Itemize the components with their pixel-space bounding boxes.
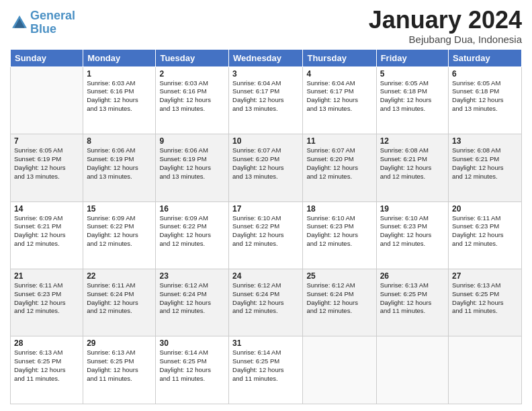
- table-row: 18Sunrise: 6:10 AM Sunset: 6:23 PM Dayli…: [303, 201, 376, 269]
- table-row: 5Sunrise: 6:05 AM Sunset: 6:18 PM Daylig…: [376, 66, 448, 134]
- day-number: 22: [87, 271, 152, 281]
- day-number: 18: [306, 204, 372, 214]
- logo: General Blue: [10, 9, 75, 36]
- day-number: 19: [380, 204, 445, 214]
- table-row: 21Sunrise: 6:11 AM Sunset: 6:23 PM Dayli…: [11, 269, 83, 336]
- table-row: 10Sunrise: 6:07 AM Sunset: 6:20 PM Dayli…: [229, 134, 303, 201]
- calendar-week-row: 21Sunrise: 6:11 AM Sunset: 6:23 PM Dayli…: [11, 269, 522, 336]
- logo-general: General: [30, 9, 75, 22]
- table-row: 9Sunrise: 6:06 AM Sunset: 6:19 PM Daylig…: [156, 134, 229, 201]
- day-number: 28: [14, 338, 79, 348]
- table-row: 25Sunrise: 6:12 AM Sunset: 6:24 PM Dayli…: [303, 269, 376, 336]
- table-row: 31Sunrise: 6:14 AM Sunset: 6:25 PM Dayli…: [229, 336, 303, 404]
- day-number: 30: [159, 338, 225, 348]
- day-number: 10: [232, 136, 299, 146]
- table-row: 27Sunrise: 6:13 AM Sunset: 6:25 PM Dayli…: [449, 269, 522, 336]
- calendar-week-row: 14Sunrise: 6:09 AM Sunset: 6:21 PM Dayli…: [11, 201, 522, 269]
- col-wednesday: Wednesday: [229, 49, 303, 66]
- day-info: Sunrise: 6:09 AM Sunset: 6:22 PM Dayligh…: [87, 214, 152, 248]
- day-info: Sunrise: 6:08 AM Sunset: 6:21 PM Dayligh…: [380, 146, 445, 181]
- day-info: Sunrise: 6:04 AM Sunset: 6:17 PM Dayligh…: [232, 79, 299, 113]
- day-number: 25: [306, 271, 372, 281]
- table-row: 1Sunrise: 6:03 AM Sunset: 6:16 PM Daylig…: [83, 66, 156, 134]
- col-sunday: Sunday: [11, 49, 83, 66]
- day-number: 9: [159, 136, 225, 146]
- day-info: Sunrise: 6:09 AM Sunset: 6:22 PM Dayligh…: [159, 214, 225, 248]
- day-info: Sunrise: 6:05 AM Sunset: 6:18 PM Dayligh…: [452, 79, 518, 113]
- table-row: 20Sunrise: 6:11 AM Sunset: 6:23 PM Dayli…: [449, 201, 522, 269]
- day-info: Sunrise: 6:05 AM Sunset: 6:19 PM Dayligh…: [14, 146, 79, 181]
- day-number: 29: [87, 338, 152, 348]
- table-row: 13Sunrise: 6:08 AM Sunset: 6:21 PM Dayli…: [449, 134, 522, 201]
- table-row: 22Sunrise: 6:11 AM Sunset: 6:24 PM Dayli…: [83, 269, 156, 336]
- calendar-week-row: 28Sunrise: 6:13 AM Sunset: 6:25 PM Dayli…: [11, 336, 522, 404]
- calendar-header-row: Sunday Monday Tuesday Wednesday Thursday…: [11, 49, 522, 66]
- table-row: [303, 336, 376, 404]
- table-row: [449, 336, 522, 404]
- day-number: 31: [232, 338, 299, 348]
- col-friday: Friday: [376, 49, 448, 66]
- day-number: 14: [14, 204, 79, 214]
- col-thursday: Thursday: [303, 49, 376, 66]
- table-row: 8Sunrise: 6:06 AM Sunset: 6:19 PM Daylig…: [83, 134, 156, 201]
- month-title: January 2024: [369, 7, 522, 34]
- calendar-week-row: 7Sunrise: 6:05 AM Sunset: 6:19 PM Daylig…: [11, 134, 522, 201]
- day-number: 24: [232, 271, 299, 281]
- table-row: 15Sunrise: 6:09 AM Sunset: 6:22 PM Dayli…: [83, 201, 156, 269]
- day-number: 5: [380, 69, 445, 79]
- day-info: Sunrise: 6:12 AM Sunset: 6:24 PM Dayligh…: [232, 281, 299, 316]
- day-number: 12: [380, 136, 445, 146]
- day-info: Sunrise: 6:09 AM Sunset: 6:21 PM Dayligh…: [14, 214, 79, 248]
- day-number: 2: [159, 69, 225, 79]
- day-info: Sunrise: 6:13 AM Sunset: 6:25 PM Dayligh…: [14, 349, 79, 383]
- day-number: 21: [14, 271, 79, 281]
- day-info: Sunrise: 6:13 AM Sunset: 6:25 PM Dayligh…: [87, 349, 152, 383]
- day-number: 27: [452, 271, 518, 281]
- title-block: January 2024 Bejubang Dua, Indonesia: [369, 7, 522, 45]
- day-number: 6: [452, 69, 518, 79]
- day-info: Sunrise: 6:03 AM Sunset: 6:16 PM Dayligh…: [87, 79, 152, 113]
- day-number: 15: [87, 204, 152, 214]
- table-row: 23Sunrise: 6:12 AM Sunset: 6:24 PM Dayli…: [156, 269, 229, 336]
- table-row: 29Sunrise: 6:13 AM Sunset: 6:25 PM Dayli…: [83, 336, 156, 404]
- day-info: Sunrise: 6:11 AM Sunset: 6:24 PM Dayligh…: [87, 281, 152, 316]
- table-row: 14Sunrise: 6:09 AM Sunset: 6:21 PM Dayli…: [11, 201, 83, 269]
- day-number: 3: [232, 69, 299, 79]
- table-row: [11, 66, 83, 134]
- day-number: 7: [14, 136, 79, 146]
- day-info: Sunrise: 6:08 AM Sunset: 6:21 PM Dayligh…: [452, 146, 518, 181]
- day-number: 4: [306, 69, 372, 79]
- day-info: Sunrise: 6:13 AM Sunset: 6:25 PM Dayligh…: [380, 281, 445, 316]
- day-number: 11: [306, 136, 372, 146]
- day-number: 26: [380, 271, 445, 281]
- day-info: Sunrise: 6:12 AM Sunset: 6:24 PM Dayligh…: [159, 281, 225, 316]
- page: General Blue January 2024 Bejubang Dua, …: [0, 0, 532, 411]
- table-row: 30Sunrise: 6:14 AM Sunset: 6:25 PM Dayli…: [156, 336, 229, 404]
- day-number: 13: [452, 136, 518, 146]
- day-number: 17: [232, 204, 299, 214]
- day-info: Sunrise: 6:06 AM Sunset: 6:19 PM Dayligh…: [159, 146, 225, 181]
- day-number: 16: [159, 204, 225, 214]
- logo-text: General Blue: [30, 9, 75, 36]
- day-info: Sunrise: 6:12 AM Sunset: 6:24 PM Dayligh…: [306, 281, 372, 316]
- day-info: Sunrise: 6:11 AM Sunset: 6:23 PM Dayligh…: [452, 214, 518, 248]
- day-info: Sunrise: 6:10 AM Sunset: 6:23 PM Dayligh…: [380, 214, 445, 248]
- table-row: 7Sunrise: 6:05 AM Sunset: 6:19 PM Daylig…: [11, 134, 83, 201]
- day-info: Sunrise: 6:11 AM Sunset: 6:23 PM Dayligh…: [14, 281, 79, 316]
- day-info: Sunrise: 6:14 AM Sunset: 6:25 PM Dayligh…: [159, 349, 225, 383]
- logo-blue: Blue: [30, 22, 56, 36]
- day-info: Sunrise: 6:06 AM Sunset: 6:19 PM Dayligh…: [87, 146, 152, 181]
- table-row: 2Sunrise: 6:03 AM Sunset: 6:16 PM Daylig…: [156, 66, 229, 134]
- table-row: 24Sunrise: 6:12 AM Sunset: 6:24 PM Dayli…: [229, 269, 303, 336]
- day-info: Sunrise: 6:07 AM Sunset: 6:20 PM Dayligh…: [306, 146, 372, 181]
- day-info: Sunrise: 6:13 AM Sunset: 6:25 PM Dayligh…: [452, 281, 518, 316]
- day-info: Sunrise: 6:10 AM Sunset: 6:23 PM Dayligh…: [306, 214, 372, 248]
- day-number: 23: [159, 271, 225, 281]
- table-row: 3Sunrise: 6:04 AM Sunset: 6:17 PM Daylig…: [229, 66, 303, 134]
- table-row: 6Sunrise: 6:05 AM Sunset: 6:18 PM Daylig…: [449, 66, 522, 134]
- table-row: 28Sunrise: 6:13 AM Sunset: 6:25 PM Dayli…: [11, 336, 83, 404]
- day-info: Sunrise: 6:04 AM Sunset: 6:17 PM Dayligh…: [306, 79, 372, 113]
- table-row: 26Sunrise: 6:13 AM Sunset: 6:25 PM Dayli…: [376, 269, 448, 336]
- table-row: 4Sunrise: 6:04 AM Sunset: 6:17 PM Daylig…: [303, 66, 376, 134]
- table-row: [376, 336, 448, 404]
